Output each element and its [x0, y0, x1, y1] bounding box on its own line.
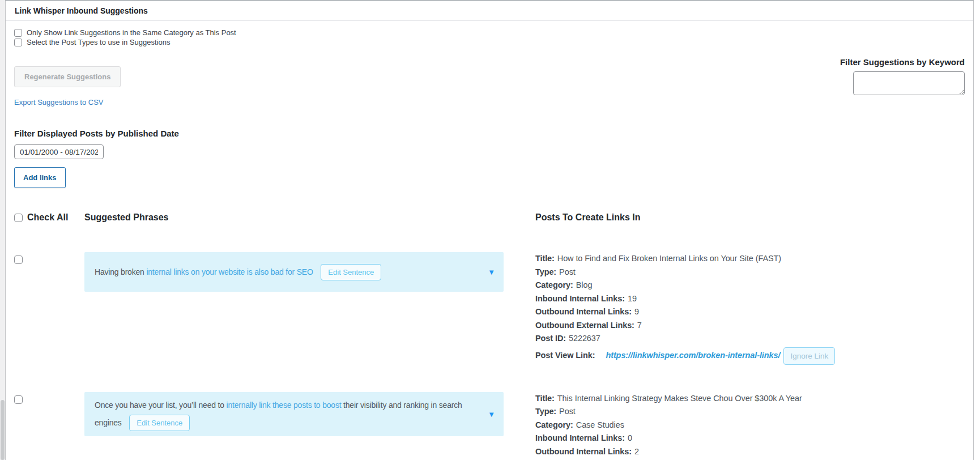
inbound-links-line: Inbound Internal Links:0 [535, 432, 965, 445]
page-gutter [0, 0, 5, 460]
post-types-label[interactable]: Select the Post Types to use in Suggesti… [27, 38, 170, 46]
post-type-label: Type: [535, 267, 556, 276]
post-type-value: Post [559, 407, 576, 416]
inbound-links-label: Inbound Internal Links: [535, 433, 625, 442]
row-2-post-details: Title:This Internal Linking Strategy Mak… [504, 392, 965, 459]
same-category-checkbox[interactable] [14, 29, 22, 37]
row-1-phrase-cell: Having broken internal links on your web… [84, 252, 504, 292]
post-category-value: Case Studies [576, 420, 624, 429]
toolbar-left: Regenerate Suggestions Export Suggestion… [14, 57, 121, 107]
check-all-label[interactable]: Check All [27, 212, 68, 223]
post-title-label: Title: [535, 394, 555, 403]
inbound-links-value: 0 [628, 433, 632, 442]
post-category-label: Category: [535, 280, 573, 289]
post-title-label: Title: [535, 254, 555, 263]
keyword-filter-group: Filter Suggestions by Keyword [840, 57, 965, 95]
outbound-internal-line: Outbound Internal Links:2 [535, 445, 965, 459]
same-category-label[interactable]: Only Show Link Suggestions in the Same C… [27, 28, 236, 37]
outbound-internal-label: Outbound Internal Links: [535, 447, 632, 456]
post-category-line: Category:Blog [535, 279, 965, 292]
date-filter-label: Filter Displayed Posts by Published Date [14, 129, 965, 138]
keyword-filter-input[interactable] [853, 71, 965, 95]
outbound-internal-value: 9 [634, 307, 639, 316]
link-whisper-panel: Link Whisper Inbound Suggestions Only Sh… [5, 0, 974, 460]
check-all-cell: Check All [14, 212, 84, 223]
check-all-checkbox[interactable] [14, 214, 23, 222]
panel-header: Link Whisper Inbound Suggestions [6, 1, 973, 21]
regenerate-suggestions-button[interactable]: Regenerate Suggestions [14, 66, 121, 87]
row-1-suggested-phrase: Having broken internal links on your web… [84, 252, 504, 292]
post-title-line: Title:This Internal Linking Strategy Mak… [535, 392, 965, 406]
posts-column-header: Posts To Create Links In [504, 212, 965, 223]
panel-title: Link Whisper Inbound Suggestions [15, 6, 148, 15]
row-2-phrase-anchor-link[interactable]: internally link these posts to boost [226, 401, 341, 410]
row-1-edit-sentence-button[interactable]: Edit Sentence [321, 264, 381, 280]
post-view-link-label: Post View Link: [535, 349, 595, 363]
inbound-links-value: 19 [628, 294, 637, 303]
row-1-post-details: Title:How to Find and Fix Broken Interna… [504, 252, 965, 365]
outbound-external-label: Outbound External Links: [535, 321, 634, 330]
outbound-internal-value: 2 [634, 447, 639, 456]
post-type-label: Type: [535, 407, 556, 416]
ignore-link-button[interactable]: Ignore Link [783, 347, 835, 365]
post-category-label: Category: [535, 420, 573, 429]
row-1-checkbox-cell [14, 252, 84, 266]
add-links-button[interactable]: Add links [14, 167, 66, 188]
post-types-checkbox[interactable] [14, 39, 22, 46]
post-category-line: Category:Case Studies [535, 419, 965, 432]
post-type-value: Post [559, 267, 576, 276]
inbound-links-label: Inbound Internal Links: [535, 294, 625, 303]
toolbar: Regenerate Suggestions Export Suggestion… [14, 57, 965, 107]
suggestion-row-2: Once you have your list, you’ll need to … [14, 392, 965, 459]
post-title-value: How to Find and Fix Broken Internal Link… [557, 254, 781, 263]
post-title-value: This Internal Linking Strategy Makes Ste… [557, 394, 802, 403]
add-links-wrap: Add links [14, 167, 965, 188]
outbound-external-line: Outbound External Links:7 [535, 319, 965, 333]
post-category-value: Blog [576, 280, 593, 289]
post-id-line: Post ID:5222637 [535, 332, 965, 346]
post-type-line: Type:Post [535, 405, 965, 419]
options-list: Only Show Link Suggestions in the Same C… [14, 28, 965, 47]
outbound-internal-line: Outbound Internal Links:9 [535, 305, 965, 319]
row-1-phrase-prefix: Having broken [95, 267, 146, 276]
post-id-label: Post ID: [535, 334, 566, 343]
post-id-value: 5222637 [569, 334, 600, 343]
row-2-phrase-text: Once you have your list, you’ll need to … [95, 397, 478, 432]
option-post-types[interactable]: Select the Post Types to use in Suggesti… [14, 37, 965, 47]
row-2-suggested-phrase: Once you have your list, you’ll need to … [84, 392, 504, 436]
post-title-line: Title:How to Find and Fix Broken Interna… [535, 252, 965, 266]
table-header: Check All Suggested Phrases Posts To Cre… [14, 212, 965, 223]
outbound-internal-label: Outbound Internal Links: [535, 307, 632, 316]
row-2-phrase-prefix: Once you have your list, you’ll need to [95, 401, 226, 410]
inbound-links-line: Inbound Internal Links:19 [535, 292, 965, 306]
row-1-phrase-anchor-link[interactable]: internal links on your website is also b… [146, 267, 313, 276]
phrases-column-header: Suggested Phrases [84, 212, 504, 223]
panel-body: Only Show Link Suggestions in the Same C… [6, 21, 973, 460]
option-same-category[interactable]: Only Show Link Suggestions in the Same C… [14, 28, 965, 37]
post-type-line: Type:Post [535, 266, 965, 279]
row-1-checkbox[interactable] [14, 255, 23, 264]
date-range-input[interactable] [14, 144, 104, 159]
row-2-phrase-cell: Once you have your list, you’ll need to … [84, 392, 504, 436]
row-1-phrase-text: Having broken internal links on your web… [95, 263, 381, 281]
scrollbar-thumb[interactable] [1, 400, 5, 460]
suggestion-row-1: Having broken internal links on your web… [14, 252, 965, 365]
outbound-external-value: 7 [637, 321, 642, 330]
row-2-checkbox-cell [14, 392, 84, 406]
row-1-expand-row-icon[interactable]: ▼ [488, 269, 495, 276]
row-2-edit-sentence-button[interactable]: Edit Sentence [129, 415, 190, 431]
row-2-expand-row-icon[interactable]: ▼ [488, 410, 495, 418]
post-view-link[interactable]: https://linkwhisper.com/broken-internal-… [606, 349, 780, 363]
row-2-checkbox[interactable] [14, 395, 23, 404]
keyword-filter-label: Filter Suggestions by Keyword [840, 57, 965, 67]
post-view-link-line: Post View Link: https://linkwhisper.com/… [535, 347, 965, 365]
export-csv-link[interactable]: Export Suggestions to CSV [14, 98, 104, 107]
